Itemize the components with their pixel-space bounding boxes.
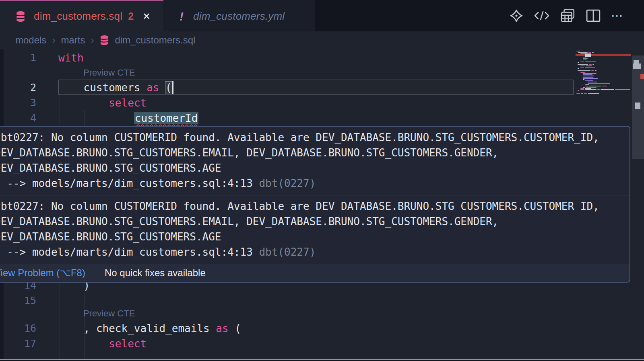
line-number: 16	[0, 321, 36, 336]
minimap-code-row	[585, 84, 589, 85]
line-number: 3	[0, 95, 36, 111]
minimap-code-row	[578, 68, 579, 69]
minimap-code-row	[589, 64, 592, 65]
code-text: select	[109, 336, 147, 351]
minimap-code-row	[585, 88, 591, 89]
line-number: 15	[0, 293, 36, 308]
tab-dim-customers-yml[interactable]: ! dim_customers.yml	[163, 0, 315, 31]
minimap-code-row	[580, 88, 584, 89]
minimap-code-row	[586, 87, 597, 88]
minimap-code-row	[615, 89, 630, 90]
error-token-customerid[interactable]: customerId	[134, 112, 199, 124]
minimap-code-row	[591, 70, 594, 71]
error-code: dbt(0227)	[259, 246, 316, 258]
code-line-17[interactable]: 17select	[0, 336, 644, 351]
minimap-code-row	[595, 70, 597, 71]
code-line-3[interactable]: 3select	[0, 95, 644, 111]
minimap-code-row	[580, 67, 584, 68]
code-text: with	[58, 50, 84, 66]
more-actions-icon[interactable]: ⋯	[611, 9, 623, 22]
minimap-code-row	[585, 67, 595, 68]
minimap-code-row	[589, 86, 601, 86]
minimap-error-line	[576, 54, 631, 56]
breadcrumb-item-file[interactable]: dim_customers.sql	[115, 35, 195, 46]
view-problem-link[interactable]: View Problem (⌥F8)	[0, 267, 85, 279]
text-cursor	[172, 81, 173, 94]
minimap-code-row	[585, 89, 597, 90]
error-message: dbt0227: No column CUSTOMERID found. Ava…	[0, 127, 630, 195]
scrollbar-decoration	[633, 64, 641, 69]
code-line-16[interactable]: 16, check_valid_emails as (	[0, 321, 644, 336]
popup-messages: dbt0227: No column CUSTOMERID found. Ava…	[0, 127, 630, 264]
tab-bar: dim_customers.sql 2 ✕ ! dim_customers.ym…	[0, 0, 644, 31]
minimap-code-row	[585, 86, 588, 86]
breadcrumb-item-marts[interactable]: marts	[61, 35, 85, 46]
minimap-code-row	[583, 58, 588, 59]
minimap-code-row	[588, 52, 591, 53]
quickfix-row: View Problem (⌥F8) No quick fixes availa…	[0, 264, 630, 282]
no-quick-fixes-label: No quick fixes available	[105, 267, 206, 279]
minimap-code-row	[592, 52, 594, 53]
error-message: dbt0227: No column CUSTOMERID found. Ava…	[0, 195, 630, 264]
scrollbar-error-decoration	[640, 74, 644, 79]
dbt-power-user-icon[interactable]	[510, 9, 523, 23]
minimap-code-row	[583, 76, 594, 76]
minimap-code-row	[583, 57, 586, 57]
minimap-code-row	[583, 73, 597, 74]
minimap-code-row	[583, 79, 584, 80]
minimap-code-row	[584, 93, 587, 94]
minimap-code-row	[576, 51, 580, 51]
codelens-preview-cte[interactable]: Preview CTE	[83, 306, 135, 321]
minimap-code-row	[588, 93, 599, 94]
breadcrumb: models › marts › dim_customers.sql	[0, 31, 644, 49]
scrollbar-decoration	[635, 103, 640, 109]
query-results-icon[interactable]	[560, 8, 576, 23]
minimap-code-row	[597, 89, 600, 90]
minimap-code-row	[592, 64, 594, 65]
split-editor-icon[interactable]	[586, 9, 601, 22]
minimap-code-row	[586, 66, 592, 66]
minimap-code-row	[583, 77, 593, 78]
scrollbar[interactable]	[632, 55, 644, 159]
minimap-code-row	[578, 64, 588, 65]
editor-actions: ⋯	[510, 0, 644, 31]
minimap-code-row	[601, 89, 614, 90]
code-text: customerId	[134, 111, 199, 126]
line-number: 17	[0, 336, 36, 351]
line-number: 2	[0, 80, 36, 95]
code-line-1[interactable]: 1with	[0, 50, 644, 66]
minimap-code-row	[585, 80, 593, 81]
tab-label: dim_customers.yml	[193, 10, 285, 23]
minimap-code-row	[580, 89, 584, 90]
minimap-code-row	[578, 70, 590, 71]
minimap-code-row	[581, 93, 583, 94]
vscode-editor-window: { "tab_bar": { "tabs": [ {"label": "dim_…	[0, 0, 644, 361]
chevron-right-icon: ›	[91, 35, 94, 46]
code-line-4[interactable]: 4customerId	[0, 111, 644, 126]
minimap-code-row	[580, 61, 584, 62]
error-code: dbt(0227)	[259, 177, 316, 189]
minimap-code-row	[588, 83, 610, 84]
warning-icon: !	[180, 10, 184, 23]
minimap-code-row	[583, 59, 587, 60]
breadcrumb-item-models[interactable]: models	[15, 35, 46, 46]
minimap-code-row	[583, 87, 585, 88]
minimap[interactable]	[576, 51, 631, 96]
tab-problems-badge: 2	[128, 10, 134, 22]
minimap-code-row	[588, 82, 597, 82]
minimap-code-row	[578, 52, 588, 53]
line-number: 4	[0, 111, 36, 126]
code-text: customers as (	[84, 80, 173, 95]
database-icon	[15, 11, 26, 22]
codelens-preview-cte[interactable]: Preview CTE	[83, 66, 135, 80]
code-line-2[interactable]: 2customers as (	[0, 80, 644, 95]
database-icon	[99, 35, 109, 45]
tab-dim-customers-sql[interactable]: dim_customers.sql 2 ✕	[0, 0, 163, 31]
minimap-code-row	[578, 62, 579, 63]
close-icon[interactable]: ✕	[142, 11, 151, 22]
minimap-code-row	[583, 78, 598, 79]
show-compiled-code-icon[interactable]	[534, 9, 550, 22]
minimap-code-row	[602, 86, 607, 86]
scrollbar-decoration	[634, 60, 639, 64]
minimap-code-row	[583, 74, 592, 75]
